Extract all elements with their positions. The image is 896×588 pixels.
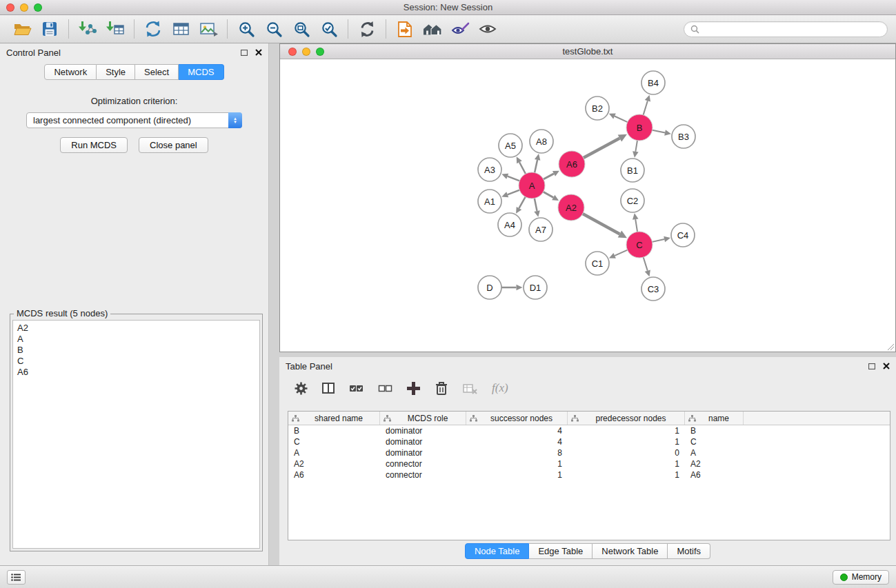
graph-node-C2[interactable]: C2 (621, 189, 644, 212)
graph-edge-B-B3[interactable] (653, 130, 671, 135)
column-header-MCDS-role[interactable]: MCDS role (380, 412, 466, 425)
graph-edge-D-D1[interactable] (501, 285, 523, 291)
mcds-result-list[interactable]: A2ABCA6 (12, 320, 260, 549)
graph-node-C3[interactable]: C3 (641, 277, 665, 301)
graph-edge-A-A2[interactable] (544, 192, 559, 201)
tab-network[interactable]: Network (44, 64, 97, 80)
graph-edge-A2-C[interactable] (583, 214, 627, 238)
float-panel-icon[interactable] (241, 50, 248, 56)
fullscreen-window-button[interactable] (34, 3, 42, 12)
minimize-window-button[interactable] (20, 3, 28, 12)
mcds-result-item[interactable]: C (17, 356, 255, 367)
graph-node-B3[interactable]: B3 (672, 125, 695, 148)
graph-edge-A-A3[interactable] (501, 174, 519, 181)
tab-network-table[interactable]: Network Table (593, 543, 668, 559)
close-panel-button[interactable]: Close panel (139, 137, 208, 153)
graph-node-B[interactable]: B (626, 114, 653, 141)
graph-node-A3[interactable]: A3 (478, 158, 501, 181)
table-row[interactable]: Adominator80A (288, 447, 890, 458)
network-graph[interactable]: AA1A2A3A4A5A6A7A8BB1B2B3B4CC1C2C3C4DD1 (280, 59, 895, 352)
add-column-button[interactable] (407, 382, 420, 395)
graph-node-D1[interactable]: D1 (524, 276, 547, 299)
graph-node-A5[interactable]: A5 (499, 134, 522, 157)
mcds-result-item[interactable]: A6 (17, 367, 255, 378)
graph-node-B4[interactable]: B4 (641, 71, 665, 94)
first-neighbors-button[interactable] (419, 17, 446, 41)
delete-column-button[interactable] (435, 381, 448, 396)
tab-mcds[interactable]: MCDS (179, 64, 223, 80)
graph-node-A2[interactable]: A2 (558, 194, 584, 221)
mcds-result-item[interactable]: A (17, 334, 255, 345)
open-session-button[interactable] (8, 17, 36, 41)
graph-node-D[interactable]: D (478, 276, 501, 299)
graph-edge-C-C2[interactable] (633, 213, 639, 232)
graph-node-C4[interactable]: C4 (671, 223, 695, 247)
new-table-button[interactable] (167, 17, 195, 41)
search-box[interactable] (684, 21, 888, 37)
show-hide-button[interactable] (474, 17, 501, 41)
tab-node-table[interactable]: Node Table (465, 543, 530, 559)
graph-node-A7[interactable]: A7 (529, 218, 552, 241)
close-window-button[interactable] (6, 3, 14, 12)
graph-edge-A-A8[interactable] (535, 154, 540, 172)
table-row[interactable]: Bdominator41B (288, 425, 890, 436)
graph-edge-A-A5[interactable] (517, 156, 526, 174)
tab-style[interactable]: Style (97, 64, 135, 80)
column-header-shared-name[interactable]: shared name (288, 412, 380, 425)
graph-node-A4[interactable]: A4 (498, 213, 521, 236)
graph-node-B1[interactable]: B1 (621, 159, 644, 182)
close-panel-icon[interactable] (883, 363, 890, 369)
export-image-button[interactable] (195, 17, 222, 41)
float-panel-icon[interactable] (868, 363, 875, 369)
graph-node-C[interactable]: C (626, 232, 653, 258)
zoom-fit-button[interactable] (288, 17, 315, 41)
table-row[interactable]: Cdominator41C (288, 436, 890, 447)
table-settings-button[interactable] (295, 382, 308, 395)
network-canvas[interactable]: AA1A2A3A4A5A6A7A8BB1B2B3B4CC1C2C3C4DD1 (280, 59, 895, 352)
mcds-result-item[interactable]: A2 (17, 323, 255, 334)
graph-node-A[interactable]: A (519, 172, 545, 199)
graph-edge-B-B4[interactable] (644, 95, 650, 115)
tab-motifs[interactable]: Motifs (668, 543, 710, 559)
tab-select[interactable]: Select (135, 64, 179, 80)
graph-node-A6[interactable]: A6 (559, 151, 585, 177)
new-network-button[interactable] (139, 17, 167, 41)
graph-node-A8[interactable]: A8 (530, 130, 553, 153)
table-row[interactable]: A2connector11A2 (288, 458, 890, 469)
column-header-successor-nodes[interactable]: successor nodes (466, 412, 568, 425)
run-mcds-button[interactable]: Run MCDS (60, 137, 128, 153)
task-history-button[interactable] (7, 570, 26, 585)
table-row[interactable]: A6connector11A6 (288, 469, 890, 480)
tab-edge-table[interactable]: Edge Table (529, 543, 593, 559)
maximize-network-window-button[interactable] (316, 48, 324, 56)
graph-node-C1[interactable]: C1 (586, 252, 609, 275)
graph-edge-A-A7[interactable] (534, 199, 539, 217)
minimize-network-window-button[interactable] (302, 48, 310, 56)
graph-edge-C-C3[interactable] (644, 257, 650, 276)
close-panel-icon[interactable] (255, 49, 262, 56)
import-table-button[interactable] (101, 17, 129, 41)
column-header-name[interactable]: name (685, 412, 744, 425)
graph-edge-A6-B[interactable] (584, 134, 627, 158)
close-network-window-button[interactable] (288, 48, 297, 56)
graph-edge-C-C4[interactable] (653, 236, 670, 242)
zoom-in-button[interactable] (232, 17, 260, 41)
graph-node-A1[interactable]: A1 (478, 190, 501, 213)
resize-grip-icon[interactable] (887, 343, 895, 351)
search-input[interactable] (703, 24, 881, 34)
open-document-button[interactable] (391, 17, 419, 41)
mcds-result-item[interactable]: B (17, 345, 255, 356)
import-network-button[interactable] (74, 17, 101, 41)
column-header-predecessor-nodes[interactable]: predecessor nodes (568, 412, 685, 425)
graph-edge-B-B2[interactable] (609, 114, 628, 123)
graph-edge-B-B1[interactable] (633, 141, 639, 158)
select-all-columns-button[interactable] (349, 383, 364, 394)
criterion-dropdown[interactable]: largest connected component (directed) ▲… (26, 112, 242, 128)
show-columns-button[interactable] (322, 382, 335, 394)
graph-node-B2[interactable]: B2 (586, 97, 609, 120)
zoom-out-button[interactable] (260, 17, 288, 41)
unselect-all-columns-button[interactable] (378, 383, 392, 394)
graph-edge-C-C1[interactable] (609, 250, 628, 258)
annotation-button[interactable] (446, 17, 474, 41)
graph-edge-A-A6[interactable] (544, 171, 559, 179)
